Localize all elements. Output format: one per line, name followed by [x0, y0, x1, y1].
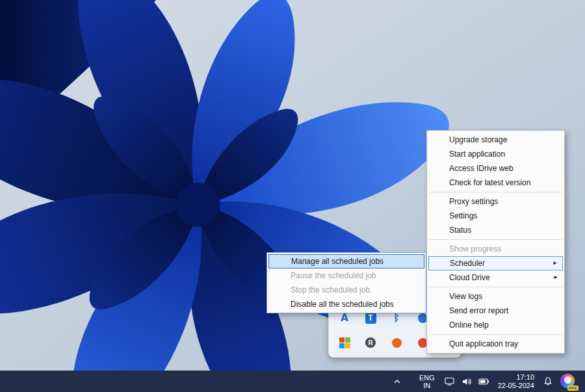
menu-item-disable-all-the-scheduled-jobs[interactable]: Disable all the scheduled jobs — [268, 297, 424, 311]
desktop: A T ᛒ R Manage all scheduled jobs Pause … — [0, 0, 585, 392]
menu-item-label: View logs — [449, 292, 482, 301]
menu-item-label: Pause the scheduled job — [291, 271, 376, 280]
menu-separator — [429, 192, 562, 192]
tray-app-grid-icon[interactable] — [337, 335, 352, 350]
menu-item-label: Proxy settings — [449, 197, 498, 206]
menu-item-label: Disable all the scheduled jobs — [291, 300, 394, 309]
menu-item-proxy-settings[interactable]: Proxy settings — [428, 194, 563, 209]
copilot-pre-badge: PRE — [567, 385, 578, 391]
menu-item-show-progress[interactable]: Show progress — [428, 242, 563, 256]
menu-separator — [429, 239, 562, 240]
menu-item-settings[interactable]: Settings — [428, 209, 563, 223]
menu-item-label: Quit application tray — [449, 339, 518, 348]
menu-item-label: Send error report — [449, 306, 508, 315]
language-indicator[interactable]: ENG IN — [415, 374, 439, 389]
language-code: ENG — [419, 374, 435, 382]
region-code: IN — [423, 382, 430, 389]
tray-app-orange-icon[interactable] — [389, 335, 404, 350]
menu-item-label: Manage all scheduled jobs — [291, 257, 384, 266]
menu-item-label: Access IDrive web — [449, 164, 514, 173]
copilot-icon[interactable]: PRE — [560, 374, 576, 389]
menu-item-upgrade-storage[interactable]: Upgrade storage — [428, 133, 563, 147]
menu-item-label: Online help — [449, 320, 489, 330]
menu-item-label: Status — [449, 226, 471, 235]
menu-item-pause-the-scheduled-job[interactable]: Pause the scheduled job — [268, 268, 424, 283]
menu-item-label: Check for latest version — [449, 178, 530, 187]
menu-item-view-logs[interactable]: View logs — [428, 289, 563, 304]
taskbar: ENG IN 17:10 22-05-2024 — [0, 371, 585, 392]
tray-app-r-icon[interactable]: R — [363, 335, 378, 350]
menu-item-label: Settings — [449, 211, 477, 220]
menu-item-status[interactable]: Status — [428, 223, 563, 237]
submenu-arrow-icon: ► — [553, 270, 558, 285]
date-label: 22-05-2024 — [498, 382, 534, 390]
menu-item-quit-application-tray[interactable]: Quit application tray — [428, 337, 563, 351]
menu-item-label: Scheduler — [450, 259, 485, 268]
notification-bell-icon[interactable] — [540, 372, 556, 391]
menu-separator — [429, 334, 562, 335]
tray-context-menu: Upgrade storage Start application Access… — [426, 130, 565, 354]
menu-item-label: Start application — [449, 150, 505, 159]
clock[interactable]: 17:10 22-05-2024 — [493, 373, 540, 390]
scheduler-submenu: Manage all scheduled jobs Pause the sche… — [266, 252, 426, 313]
volume-icon[interactable] — [458, 372, 475, 391]
menu-item-label: Cloud Drive — [449, 273, 490, 282]
menu-item-label: Upgrade storage — [449, 135, 507, 144]
menu-item-label: Stop the scheduled job — [291, 285, 370, 294]
menu-item-send-error-report[interactable]: Send error report — [428, 304, 563, 318]
battery-icon[interactable] — [475, 372, 493, 391]
menu-item-stop-the-scheduled-job[interactable]: Stop the scheduled job — [268, 283, 424, 297]
menu-item-online-help[interactable]: Online help — [428, 318, 563, 332]
menu-separator — [429, 287, 562, 287]
menu-item-label: Show progress — [449, 244, 501, 254]
menu-item-access-idrive-web[interactable]: Access IDrive web — [428, 161, 563, 176]
menu-item-start-application[interactable]: Start application — [428, 147, 563, 161]
submenu-arrow-icon: ► — [552, 257, 558, 270]
menu-item-scheduler[interactable]: Scheduler ► — [428, 256, 563, 270]
hidden-icons-chevron-icon[interactable] — [390, 372, 404, 391]
menu-item-manage-all-scheduled-jobs[interactable]: Manage all scheduled jobs — [268, 254, 424, 268]
menu-item-check-for-latest-version[interactable]: Check for latest version — [428, 176, 563, 190]
menu-item-cloud-drive[interactable]: Cloud Drive ► — [428, 270, 563, 285]
cast-icon[interactable] — [441, 372, 458, 391]
time-label: 17:10 — [516, 373, 534, 382]
